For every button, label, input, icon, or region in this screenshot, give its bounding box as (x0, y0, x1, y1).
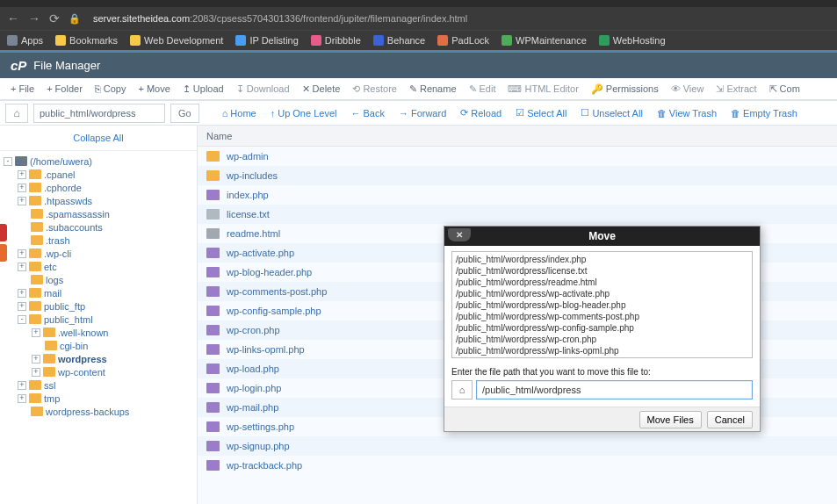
tree-node-spamassassin[interactable]: .spamassassin (4, 207, 197, 220)
reload-icon[interactable]: ⟳ (49, 11, 60, 25)
delete-button[interactable]: ✕Delete (297, 83, 346, 95)
folder-icon (43, 328, 55, 337)
file-row[interactable]: license.txt (198, 205, 837, 224)
side-tab-orange[interactable] (0, 244, 7, 262)
cancel-button[interactable]: Cancel (707, 411, 753, 428)
copy-button[interactable]: ⎘Copy (90, 83, 132, 94)
tree-toggle-icon[interactable]: + (32, 368, 40, 377)
home-icon[interactable]: ⌂ (451, 380, 473, 400)
tree-node-homeuwera[interactable]: -⌂(/home/uwera) (4, 155, 197, 168)
tree-toggle-icon[interactable]: + (18, 170, 26, 179)
forward-icon[interactable]: → (28, 11, 40, 25)
destination-path-input[interactable] (476, 380, 753, 400)
move-button[interactable]: +Move (133, 83, 175, 94)
move-list-item: /public_html/wordpress/readme.html (456, 277, 748, 288)
tree-node-wellknown[interactable]: +.well-known (4, 326, 197, 339)
folder-icon (206, 170, 220, 181)
home-icon-button[interactable]: ⌂ (5, 104, 28, 123)
bookmark-web-development[interactable]: Web Development (130, 35, 223, 46)
file-name: license.txt (227, 209, 270, 220)
view-trash-button[interactable]: 🗑View Trash (652, 107, 722, 119)
tree-node-cphorde[interactable]: +.cphorde (4, 181, 197, 194)
tree-toggle-icon[interactable]: - (4, 157, 12, 166)
tree-toggle-icon[interactable]: + (32, 355, 40, 364)
file-name: wp-cron.php (227, 325, 280, 335)
tree-node-tmp[interactable]: +tmp (4, 392, 197, 405)
folder-button[interactable]: +Folder (41, 83, 88, 94)
tree-label: ssl (44, 380, 55, 391)
file-button[interactable]: +File (5, 83, 40, 94)
tree-toggle-icon[interactable]: + (18, 381, 26, 390)
bookmark-apps[interactable]: Apps (7, 35, 43, 46)
back-icon[interactable]: ← (7, 11, 19, 25)
tree-toggle-icon[interactable]: + (18, 394, 26, 403)
file-row[interactable]: wp-includes (198, 166, 837, 185)
tree-node-cgibin[interactable]: cgi-bin (4, 339, 197, 352)
rename-button[interactable]: ✎Rename (404, 83, 462, 95)
permissions-button[interactable]: 🔑Permissions (586, 83, 664, 95)
side-tab-red[interactable] (0, 224, 7, 241)
move-list-item: /public_html/wordpress/wp-cron.php (456, 334, 748, 345)
bookmark-behance[interactable]: Behance (373, 35, 425, 46)
tree-node-subaccounts[interactable]: .subaccounts (4, 220, 197, 234)
close-icon[interactable]: ✕ (448, 228, 471, 241)
forward-button[interactable]: →Forward (393, 107, 451, 119)
unselect-all-button[interactable]: ☐Unselect All (575, 107, 647, 119)
tree-node-wordpressbackups[interactable]: wordpress-backups (4, 405, 197, 418)
file-name: wp-login.php (227, 383, 281, 393)
file-row[interactable]: index.php (198, 185, 837, 205)
bookmark-wpmaintenance[interactable]: WPMaintenance (501, 35, 587, 46)
tree-node-ssl[interactable]: +ssl (4, 378, 197, 392)
bookmark-dribbble[interactable]: Dribbble (311, 35, 361, 46)
tree-node-publichtml[interactable]: -public_html (4, 313, 197, 326)
bookmark-bookmarks[interactable]: Bookmarks (55, 35, 118, 46)
back-button[interactable]: ←Back (345, 107, 389, 119)
tree-node-logs[interactable]: logs (4, 273, 197, 286)
file-row[interactable]: wp-admin (198, 147, 837, 166)
file-row[interactable]: wp-signup.php (198, 436, 837, 456)
empty-trash-button[interactable]: 🗑Empty Trash (725, 107, 803, 119)
tree-node-mail[interactable]: +mail (4, 286, 197, 299)
folder-icon (43, 354, 55, 364)
bookmark-ip-delisting[interactable]: IP Delisting (235, 35, 298, 46)
sidebar: Collapse All -⌂(/home/uwera)+.cpanel+.cp… (0, 126, 198, 504)
tree-toggle-icon[interactable]: + (18, 302, 26, 311)
folder-icon (29, 183, 41, 192)
move-file-list[interactable]: /public_html/wordpress/index.php/public_… (451, 251, 753, 358)
collapse-all-button[interactable]: Collapse All (0, 126, 197, 151)
file-row[interactable]: wp-trackback.php (198, 456, 837, 475)
tree-node-publicftp[interactable]: +public_ftp (4, 299, 197, 313)
bookmark-webhosting[interactable]: WebHosting (599, 35, 666, 46)
upload-button[interactable]: ↥Upload (177, 83, 229, 95)
tree-toggle-icon[interactable]: + (18, 249, 26, 258)
move-files-button[interactable]: Move Files (639, 411, 702, 428)
tree-toggle-icon[interactable]: + (18, 289, 26, 298)
tree-toggle-icon[interactable]: + (18, 184, 26, 192)
tree-node-cpanel[interactable]: +.cpanel (4, 168, 197, 181)
tree-toggle-icon[interactable]: - (18, 315, 26, 324)
path-input[interactable] (33, 104, 165, 123)
tree-node-wordpress[interactable]: +wordpress (4, 352, 197, 365)
home-button[interactable]: ⌂Home (217, 107, 262, 119)
tree-node-wpcontent[interactable]: +wp-content (4, 365, 197, 378)
reload-button[interactable]: ⟳Reload (455, 107, 507, 119)
folder-icon (43, 367, 55, 377)
php-icon (206, 344, 220, 355)
com-button[interactable]: ⇱Com (764, 83, 805, 95)
url-text[interactable]: server.sitetheidea.com:2083/cpsess570430… (93, 13, 830, 24)
column-header-name[interactable]: Name (198, 126, 837, 147)
bookmark-padlock[interactable]: PadLock (437, 35, 489, 46)
tree-node-wpcli[interactable]: +.wp-cli (4, 247, 197, 260)
doc-icon (206, 228, 220, 239)
up-one-level-button[interactable]: ↑Up One Level (265, 107, 343, 119)
tree-toggle-icon[interactable]: + (18, 263, 26, 271)
tree-node-etc[interactable]: +etc (4, 260, 197, 273)
tree-node-trash[interactable]: .trash (4, 234, 197, 247)
select-all-button[interactable]: ☑Select All (510, 107, 572, 119)
tree-toggle-icon[interactable]: + (32, 328, 40, 337)
go-button[interactable]: Go (170, 104, 199, 123)
tree-toggle-icon[interactable]: + (18, 197, 26, 205)
page-title: File Manager (33, 59, 100, 72)
tree-node-htpasswds[interactable]: +.htpasswds (4, 194, 197, 207)
file-name: readme.html (227, 228, 280, 239)
